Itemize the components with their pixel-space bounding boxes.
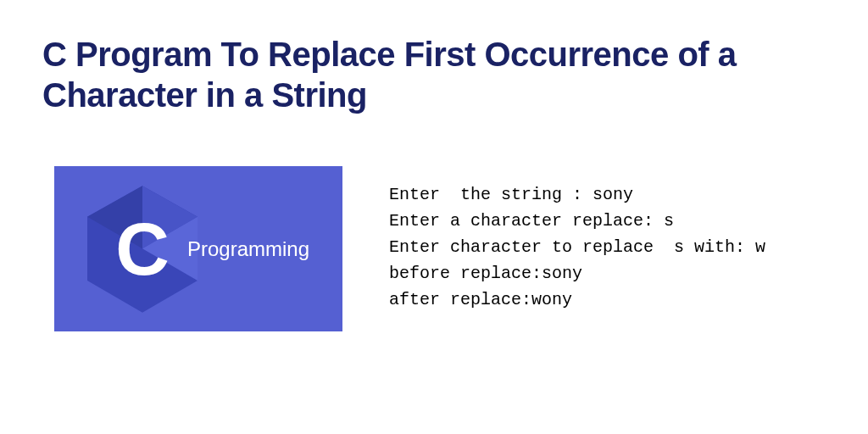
c-programming-logo: C Programming (54, 166, 342, 331)
output-line: Enter the string : sony (389, 185, 633, 204)
programming-label: Programming (187, 237, 309, 261)
output-line: after replace:wony (389, 290, 572, 309)
output-line: Enter character to replace s with: w (389, 237, 765, 257)
output-line: Enter a character replace: s (389, 211, 674, 231)
c-letter: C (115, 206, 170, 292)
page-title: C Program To Replace First Occurrence of… (42, 34, 826, 115)
output-line: before replace:sony (389, 264, 582, 283)
logo-inner: C Programming (87, 186, 309, 313)
hexagon-badge: C (87, 186, 198, 313)
terminal-output: Enter the string : sony Enter a characte… (389, 166, 765, 313)
content-row: C Programming Enter the string : sony En… (42, 166, 826, 331)
